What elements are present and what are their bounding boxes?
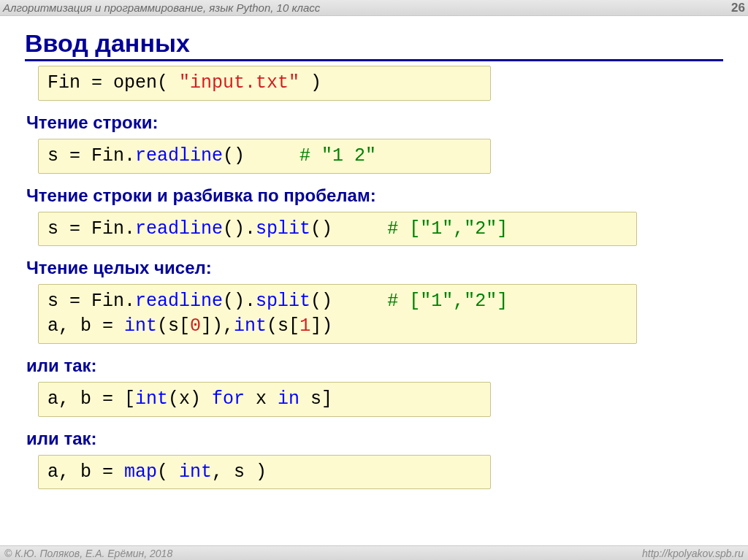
code-split-p2: ().	[223, 218, 256, 239]
label-ints: Чтение целых чисел:	[26, 258, 723, 278]
footer-url: http://kpolyakov.spb.ru	[642, 548, 744, 559]
code-ints-l1c1: # ["1","2"]	[387, 291, 508, 312]
code-ints-l2m1: int	[124, 315, 157, 337]
code-listcomp-m1: int	[135, 388, 168, 410]
footer-bar: © К.Ю. Поляков, Е.А. Ерёмин, 2018 http:/…	[0, 545, 748, 560]
code-open-p2: )	[299, 72, 321, 93]
code-split-m2: split	[256, 218, 310, 239]
code-readline-m1: readline	[135, 145, 223, 166]
code-readline-c1: # "1 2"	[299, 145, 376, 166]
code-ints-l1m1: readline	[135, 291, 223, 312]
code-listcomp-p1: a, b = [	[47, 388, 135, 410]
code-readline-p1: s = Fin.	[47, 145, 135, 166]
code-listcomp-k2: in	[278, 388, 299, 410]
code-map: a, b = map( int, s )	[38, 455, 491, 490]
code-listcomp-p2: (x)	[168, 388, 212, 410]
code-ints-l1m2: split	[256, 291, 310, 312]
code-listcomp-k1: for	[212, 388, 245, 410]
code-map-m2: int	[179, 461, 212, 483]
code-ints-l2p2: (s[	[157, 315, 190, 337]
code-ints-l2m2: int	[234, 315, 267, 337]
header-bar: Алгоритмизация и программирование, язык …	[0, 0, 748, 16]
code-readline: s = Fin.readline() # "1 2"	[38, 139, 491, 174]
code-split-c1: # ["1","2"]	[387, 218, 508, 239]
code-listcomp-p4: s]	[299, 388, 332, 410]
copyright: © К.Ю. Поляков, Е.А. Ерёмин, 2018	[4, 548, 172, 559]
code-split-m1: readline	[135, 218, 223, 239]
code-listcomp: a, b = [int(x) for x in s]	[38, 382, 491, 417]
code-map-p2: (	[157, 461, 179, 483]
code-ints-l2p3: ]),	[201, 315, 234, 337]
course-title: Алгоритмизация и программирование, язык …	[3, 1, 320, 14]
code-open-s1: "input.txt"	[179, 72, 299, 93]
code-ints-l2p4: (s[	[267, 315, 299, 337]
label-split: Чтение строки и разбивка по пробелам:	[26, 185, 723, 206]
code-open-p1: Fin = open(	[47, 72, 179, 93]
code-map-p3: , s )	[212, 461, 267, 483]
code-open: Fin = open( "input.txt" )	[38, 66, 491, 101]
code-map-p1: a, b =	[47, 461, 124, 483]
code-readline-p2: ()	[223, 145, 299, 166]
code-listcomp-p3: x	[245, 388, 278, 410]
label-readline: Чтение строки:	[26, 112, 723, 133]
code-ints-l2n1: 0	[190, 315, 201, 337]
label-or2: или так:	[26, 429, 723, 449]
code-ints-l2p5: ])	[310, 315, 332, 337]
label-or1: или так:	[26, 356, 723, 376]
code-ints-l1p3: ()	[310, 291, 387, 312]
code-ints-l1p1: s = Fin.	[47, 291, 135, 312]
page-title: Ввод данных	[25, 29, 723, 61]
code-ints-l2n2: 1	[299, 315, 310, 337]
code-split-p3: ()	[310, 218, 387, 239]
code-split-p1: s = Fin.	[47, 218, 135, 239]
code-ints-l2p1: a, b =	[47, 315, 124, 337]
page-number: 26	[731, 1, 745, 15]
slide-content: Ввод данных Fin = open( "input.txt" ) Чт…	[0, 16, 748, 494]
code-split: s = Fin.readline().split() # ["1","2"]	[38, 212, 637, 247]
code-map-m1: map	[124, 461, 157, 483]
code-ints-l1p2: ().	[223, 291, 256, 312]
code-ints: s = Fin.readline().split() # ["1","2"] a…	[38, 284, 637, 344]
